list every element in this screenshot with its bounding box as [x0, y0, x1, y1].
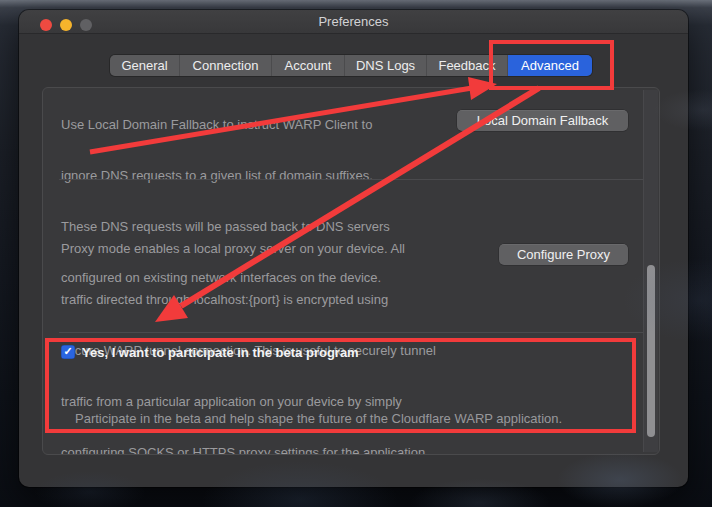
beta-program-checkbox-label: Yes, I want to participate in the beta p…: [82, 344, 359, 361]
configure-proxy-button[interactable]: Configure Proxy: [499, 244, 628, 265]
tab-bar: General Connection Account DNS Logs Feed…: [110, 55, 592, 76]
advanced-settings-panel: Use Local Domain Fallback to instruct WA…: [42, 87, 660, 455]
text-line: Participate in the beta and help shape t…: [75, 410, 566, 427]
local-domain-fallback-button[interactable]: Local Domain Fallback: [457, 110, 628, 131]
checkmark-icon: ✓: [61, 344, 75, 358]
text-line: Use Local Domain Fallback to instruct WA…: [61, 116, 390, 133]
tab-feedback[interactable]: Feedback: [427, 55, 508, 76]
tab-connection[interactable]: Connection: [180, 55, 272, 76]
beta-program-description: Participate in the beta and help shape t…: [75, 376, 566, 455]
text-line: traffic directed through localhost:{port…: [61, 291, 436, 308]
scrollbar-thumb[interactable]: [647, 265, 655, 437]
tab-general[interactable]: General: [110, 55, 180, 76]
beta-program-checkbox[interactable]: ✓: [61, 345, 75, 359]
preferences-window: Preferences General Connection Account D…: [19, 10, 688, 487]
text-line: ignore DNS requests to a given list of d…: [61, 167, 390, 184]
tab-advanced[interactable]: Advanced: [508, 55, 592, 76]
section-divider: [59, 179, 646, 180]
desktop: Preferences General Connection Account D…: [0, 0, 712, 507]
tab-account[interactable]: Account: [272, 55, 345, 76]
scrollbar-track[interactable]: [643, 90, 658, 452]
tab-dns-logs[interactable]: DNS Logs: [345, 55, 427, 76]
text-line: Proxy mode enables a local proxy server …: [61, 240, 436, 257]
window-title: Preferences: [19, 10, 688, 33]
section-divider: [59, 332, 646, 333]
titlebar[interactable]: Preferences: [19, 10, 688, 34]
